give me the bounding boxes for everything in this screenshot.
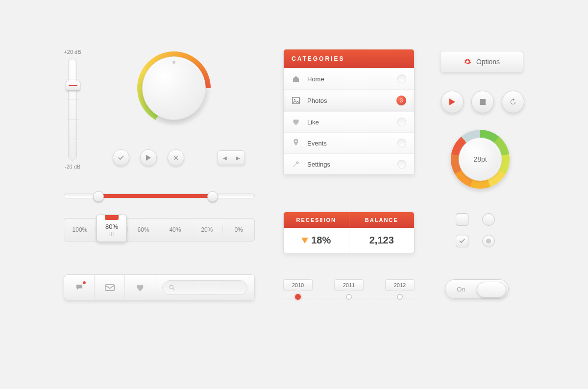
confirm-button[interactable] <box>113 149 129 166</box>
radio-unselected[interactable] <box>482 213 495 226</box>
volume-dial[interactable] <box>137 51 211 125</box>
stats-tab-recession[interactable]: RECES8ION <box>284 212 349 228</box>
category-radio[interactable] <box>397 118 406 126</box>
range-slider[interactable] <box>64 194 255 198</box>
gauge-value: 28pt <box>459 138 502 181</box>
percent-slider[interactable]: 100% 80% 60% 40% 20% 0% 80% ||| <box>64 218 255 242</box>
categories-panel: CATEGORIES Home Photos 3 Like Events Set… <box>283 49 415 175</box>
db-thumb[interactable] <box>66 81 80 91</box>
timeline-year[interactable]: 2012 <box>385 279 415 300</box>
search-icon <box>169 284 175 291</box>
range-knob-min[interactable] <box>93 191 104 202</box>
on-off-toggle[interactable]: On Off <box>445 279 509 299</box>
category-item-events[interactable]: Events <box>284 132 414 153</box>
category-radio[interactable] <box>397 74 406 83</box>
timeline-year[interactable]: 2011 <box>334 279 364 300</box>
percent-option[interactable]: 100% <box>64 226 96 233</box>
svg-point-2 <box>170 285 173 289</box>
category-label: Events <box>307 140 327 147</box>
category-label: Photos <box>307 97 327 104</box>
chat-button[interactable] <box>64 275 95 300</box>
percent-option[interactable]: 20% <box>191 226 222 233</box>
db-min-label: -20 dB <box>63 164 82 170</box>
play-button[interactable] <box>441 91 464 113</box>
close-button[interactable] <box>168 149 184 166</box>
checkbox-unchecked[interactable] <box>456 213 468 226</box>
stepper-prev-next[interactable]: ◀ ▶ <box>218 150 245 165</box>
category-label: Like <box>307 119 319 126</box>
svg-marker-7 <box>449 98 455 105</box>
category-radio[interactable] <box>397 139 406 147</box>
play-small-button[interactable] <box>140 149 157 166</box>
heart-icon <box>292 119 300 125</box>
toggle-knob[interactable] <box>477 282 506 297</box>
range-knob-max[interactable] <box>207 191 218 202</box>
gauge-dial[interactable]: 28pt <box>451 130 510 189</box>
db-track[interactable] <box>68 58 77 161</box>
stats-tab-balance[interactable]: BALANCE <box>349 212 415 228</box>
bottom-toolbar <box>64 274 255 301</box>
favorite-button[interactable] <box>125 275 155 300</box>
chevron-right-icon: ▶ <box>236 155 240 161</box>
radio-selected[interactable] <box>482 235 495 247</box>
category-item-like[interactable]: Like <box>284 111 414 132</box>
year-timeline[interactable]: 2010 2011 2012 <box>283 279 415 304</box>
toggle-on-label: On <box>445 286 477 293</box>
reload-button[interactable] <box>502 91 524 113</box>
wrench-icon <box>292 160 300 168</box>
category-item-home[interactable]: Home <box>284 68 414 89</box>
timeline-year[interactable]: 2010 <box>283 279 313 300</box>
stats-panel: RECES8ION BALANCE 18% 2,123 <box>283 212 415 253</box>
category-item-settings[interactable]: Settings <box>284 153 414 174</box>
stats-balance-value: 2,123 <box>349 228 415 253</box>
mail-button[interactable] <box>95 275 125 300</box>
chevron-left-icon: ◀ <box>223 155 227 161</box>
category-badge: 3 <box>396 96 406 105</box>
checkbox-checked[interactable] <box>456 235 468 247</box>
stats-recession-value: 18% <box>284 228 349 253</box>
image-icon <box>292 97 300 104</box>
percent-option[interactable]: 60% <box>127 226 159 233</box>
db-vertical-slider[interactable]: +20 dB -20 dB <box>63 49 82 170</box>
gear-icon <box>464 58 471 66</box>
home-icon <box>292 75 300 83</box>
svg-rect-8 <box>480 99 486 105</box>
svg-point-6 <box>295 140 297 142</box>
svg-line-3 <box>173 289 175 291</box>
svg-rect-1 <box>105 285 114 291</box>
percent-option[interactable]: 40% <box>159 226 191 233</box>
category-radio[interactable] <box>397 160 406 169</box>
options-button[interactable]: Options <box>440 51 523 73</box>
search-input[interactable] <box>162 280 247 295</box>
db-max-label: +20 dB <box>63 49 82 55</box>
pin-icon <box>292 139 300 147</box>
categories-header: CATEGORIES <box>284 49 414 68</box>
percent-selected-value: 80% <box>105 223 118 230</box>
options-label: Options <box>476 58 500 66</box>
category-label: Home <box>307 75 324 83</box>
arrow-down-icon <box>301 238 308 243</box>
percent-thumb[interactable]: 80% ||| <box>97 215 127 242</box>
percent-option[interactable]: 0% <box>222 226 254 233</box>
svg-point-5 <box>294 99 295 100</box>
notification-dot-icon <box>82 281 86 285</box>
category-item-photos[interactable]: Photos 3 <box>284 89 414 111</box>
category-label: Settings <box>307 161 330 168</box>
svg-marker-0 <box>146 155 151 161</box>
stop-button[interactable] <box>471 91 494 113</box>
